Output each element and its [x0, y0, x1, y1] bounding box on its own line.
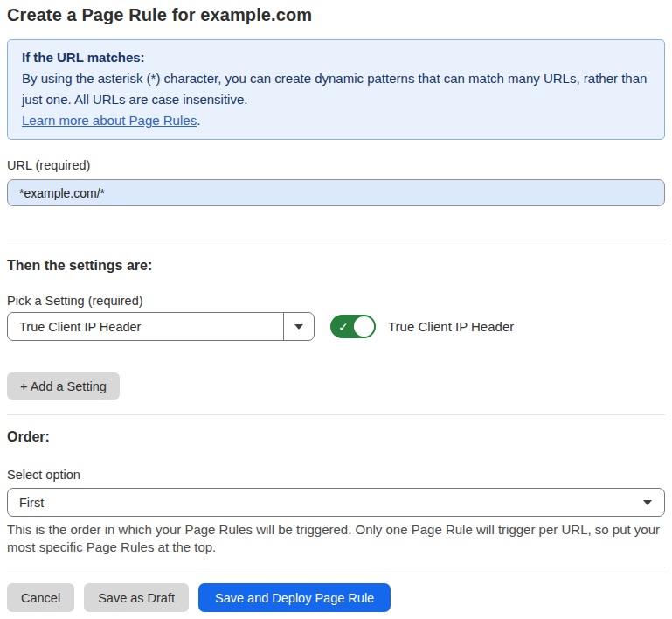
setting-row: True Client IP Header ✓ True Client IP H… [7, 312, 665, 341]
add-setting-button[interactable]: + Add a Setting [7, 372, 120, 400]
save-and-deploy-button[interactable]: Save and Deploy Page Rule [198, 583, 391, 612]
order-select-value: First [8, 496, 631, 510]
pick-setting-label: Pick a Setting (required) [7, 293, 665, 309]
chevron-down-icon[interactable] [283, 313, 314, 340]
page-title: Create a Page Rule for example.com [7, 5, 665, 25]
url-input[interactable] [7, 179, 665, 206]
section-divider [7, 414, 665, 415]
info-banner-link-line: Learn more about Page Rules. [22, 110, 650, 131]
order-section-heading: Order: [7, 429, 665, 444]
section-divider [7, 240, 665, 240]
cancel-button[interactable]: Cancel [7, 583, 74, 612]
toggle-label: True Client IP Header [388, 319, 514, 334]
setting-select-value: True Client IP Header [8, 320, 283, 334]
footer-divider [7, 567, 665, 567]
footer-actions: Cancel Save as Draft Save and Deploy Pag… [7, 583, 665, 612]
chevron-down-icon [631, 489, 664, 516]
toggle-knob [354, 316, 374, 337]
url-match-info-banner: If the URL matches: By using the asteris… [7, 39, 665, 140]
info-banner-heading: If the URL matches: [22, 47, 650, 68]
learn-more-link[interactable]: Learn more about Page Rules [22, 113, 197, 128]
create-page-rule-form: Create a Page Rule for example.com If th… [0, 0, 672, 612]
order-helper-text: This is the order in which your Page Rul… [7, 521, 665, 556]
order-select[interactable]: First [7, 488, 665, 517]
settings-section-heading: Then the settings are: [7, 258, 665, 273]
setting-select[interactable]: True Client IP Header [7, 312, 315, 341]
save-as-draft-button[interactable]: Save as Draft [84, 583, 189, 612]
url-label: URL (required) [7, 157, 665, 173]
link-suffix: . [197, 113, 200, 128]
check-icon: ✓ [338, 320, 349, 332]
order-select-label: Select option [7, 467, 665, 483]
info-banner-body: By using the asterisk (*) character, you… [22, 68, 650, 110]
setting-toggle[interactable]: ✓ [330, 315, 376, 338]
